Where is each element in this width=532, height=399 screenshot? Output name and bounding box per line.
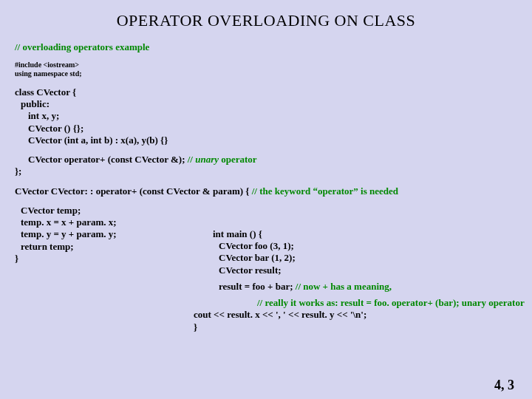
comment-line: // overloading operators example (15, 41, 517, 53)
includes-block: #include <iostream> using namespace std; (15, 61, 517, 79)
class-close: }; (15, 166, 517, 177)
main-close: } (194, 321, 525, 333)
main-assign: result = foo + bar; (219, 281, 293, 292)
operator-decl: CVector operator+ (const CVector &); // … (15, 154, 517, 178)
def-pre: CVector CVector: : (15, 185, 96, 197)
op-comment-post: operator (219, 154, 257, 165)
main-open: int main () { (213, 228, 525, 240)
class-ctor0: CVector () {}; (15, 123, 517, 134)
class-members: int x, y; (15, 110, 517, 122)
main-really-line: // really it works as: result = foo. ope… (213, 297, 525, 309)
class-decl: class CVector { public: int x, y; CVecto… (15, 86, 517, 146)
op-keyword: operator+ (64, 154, 106, 165)
main-assign-line: result = foo + bar; // now + has a meani… (213, 281, 525, 293)
operator-def-head: CVector CVector: : operator+ (const CVec… (15, 185, 517, 197)
class-ctor2: CVector (int a, int b) : x(a), y(b) {} (15, 134, 517, 146)
main-really-kw: operator+ (392, 297, 433, 308)
main-foo: CVector foo (3, 1); (213, 240, 525, 252)
op-comment-unary: unary (195, 154, 219, 165)
op-comment-pre: // (185, 154, 195, 165)
def-comment: // the keyword “operator” is needed (249, 185, 398, 197)
main-bar: CVector bar (1, 2); (213, 252, 525, 264)
class-public: public: (15, 98, 517, 110)
include-line: #include <iostream> (15, 61, 517, 70)
def-keyword: operator+ (96, 185, 137, 197)
operator-decl-line: CVector operator+ (const CVector &); // … (15, 154, 517, 166)
main-really-pre: // really it works as: result = foo. (257, 297, 392, 308)
slide-container: OPERATOR OVERLOADING ON CLASS // overloa… (0, 0, 532, 352)
op-pre: CVector (28, 154, 64, 165)
def-temp: CVector temp; (15, 205, 517, 216)
def-post: (const CVector & param) { (137, 185, 249, 197)
main-result: CVector result; (213, 265, 525, 276)
main-cout: cout << result. x << ', ' << result. y <… (194, 309, 525, 321)
def-tx: temp. x = x + param. x; (15, 216, 517, 228)
lower-block: CVector temp; temp. x = x + param. x; te… (15, 205, 517, 345)
output-value: 4, 3 (494, 377, 514, 394)
class-open: class CVector { (15, 86, 517, 98)
slide-title: OPERATOR OVERLOADING ON CLASS (15, 10, 517, 31)
comment-example: // overloading operators example (15, 41, 517, 53)
main-really-post: (bar); unary operator (433, 297, 525, 308)
main-assign-comment: // now + has a meaning, (293, 281, 392, 292)
using-line: using namespace std; (15, 69, 517, 79)
main-fn: int main () { CVector foo (3, 1); CVecto… (213, 228, 525, 333)
op-post: (const CVector &); (106, 154, 185, 165)
